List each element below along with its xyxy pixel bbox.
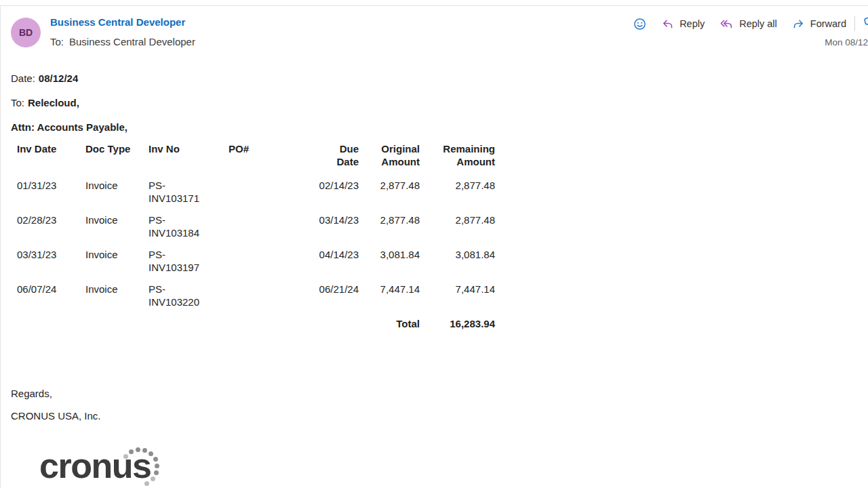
col-inv-date: Inv Date xyxy=(17,143,85,180)
cell-original-amount: 7,447.14 xyxy=(359,283,420,318)
cell-inv-no: PS-INV103184 xyxy=(149,214,229,249)
cell-doc-type: Invoice xyxy=(85,283,149,318)
smiley-icon xyxy=(633,18,646,30)
sender-name-link[interactable]: Business Central Developer xyxy=(50,16,195,28)
to-company-value: Relecloud, xyxy=(28,97,79,108)
forward-button[interactable]: Forward xyxy=(792,18,846,30)
cell-inv-no: PS-INV103220 xyxy=(149,283,229,318)
forward-arrow-icon xyxy=(792,18,805,30)
date-line: Date:08/12/24 xyxy=(11,73,868,85)
table-row: 03/31/23 Invoice PS-INV103197 04/14/23 3… xyxy=(17,249,495,283)
col-doc-type: Doc Type xyxy=(85,143,149,180)
table-row: 02/28/23 Invoice PS-INV103184 03/14/23 2… xyxy=(17,214,495,249)
reply-button[interactable]: Reply xyxy=(661,18,705,30)
cronus-logo-text: cronus xyxy=(39,447,209,485)
cell-original-amount: 2,877.48 xyxy=(359,214,420,249)
logo-dot xyxy=(136,447,140,452)
reply-all-button[interactable]: Reply all xyxy=(719,18,777,30)
cell-po xyxy=(229,180,289,214)
cell-inv-date: 01/31/23 xyxy=(17,180,85,214)
avatar[interactable]: BD xyxy=(11,18,41,47)
reply-arrow-icon xyxy=(661,18,674,30)
logo-dot xyxy=(153,457,158,462)
to-label: To: xyxy=(50,36,64,47)
message-actions-toolbar: Reply Reply all Forward xyxy=(633,16,868,31)
cell-due-date: 03/14/23 xyxy=(289,214,359,249)
to-company-line: To:Relecloud, xyxy=(11,97,868,109)
attn-line: Attn: Accounts Payable, xyxy=(11,121,868,134)
cell-remaining-amount: 2,877.48 xyxy=(420,214,495,249)
total-value: 16,283.94 xyxy=(420,318,495,331)
table-row: 01/31/23 Invoice PS-INV103171 02/14/23 2… xyxy=(17,180,495,214)
toolbar-divider xyxy=(854,16,855,31)
cell-inv-date: 03/31/23 xyxy=(17,249,85,283)
closing-line: Regards, xyxy=(11,388,868,401)
cell-doc-type: Invoice xyxy=(85,249,149,283)
cell-remaining-amount: 7,447.14 xyxy=(420,283,495,318)
cell-doc-type: Invoice xyxy=(85,180,149,214)
cell-po xyxy=(229,249,289,283)
cell-doc-type: Invoice xyxy=(85,214,149,249)
cell-due-date: 02/14/23 xyxy=(289,180,359,214)
total-row: Total 16,283.94 xyxy=(17,318,495,331)
message-timestamp: Mon 08/12 xyxy=(825,37,868,47)
reaction-button[interactable] xyxy=(633,18,646,30)
col-po: PO# xyxy=(229,143,289,180)
cell-inv-date: 02/28/23 xyxy=(17,214,85,249)
cell-original-amount: 3,081.84 xyxy=(359,249,420,283)
col-due-date: Due Date xyxy=(289,143,359,180)
col-inv-no: Inv No xyxy=(149,143,229,180)
sender-block: Business Central Developer To:Business C… xyxy=(50,16,195,47)
partial-app-icon[interactable] xyxy=(863,17,868,30)
reply-all-arrow-icon xyxy=(719,18,734,30)
table-row: 06/07/24 Invoice PS-INV103220 06/21/24 7… xyxy=(17,283,495,318)
email-reading-pane: BD Business Central Developer To:Busines… xyxy=(0,5,868,488)
cell-remaining-amount: 3,081.84 xyxy=(420,249,495,283)
to-value: Business Central Developer xyxy=(69,36,195,47)
col-remaining-amount: Remaining Amount xyxy=(420,143,495,180)
logo-dot xyxy=(144,481,149,486)
reply-label: Reply xyxy=(679,18,705,29)
message-body: Date:08/12/24 To:Relecloud, Attn: Accoun… xyxy=(1,73,868,488)
date-value: 08/12/24 xyxy=(39,73,78,84)
cell-inv-no: PS-INV103171 xyxy=(149,180,229,214)
company-name: CRONUS USA, Inc. xyxy=(11,410,868,423)
message-header: BD Business Central Developer To:Busines… xyxy=(1,6,868,62)
cell-remaining-amount: 2,877.48 xyxy=(420,180,495,214)
cronus-logo: cronus xyxy=(39,447,209,488)
total-label: Total xyxy=(359,318,420,331)
to-company-label: To: xyxy=(11,97,24,108)
cell-po xyxy=(229,214,289,249)
recipient-line: To:Business Central Developer xyxy=(50,36,195,47)
cell-inv-no: PS-INV103197 xyxy=(149,249,229,283)
logo-dot xyxy=(123,454,128,459)
col-original-amount: Original Amount xyxy=(359,143,420,180)
reply-all-label: Reply all xyxy=(739,18,777,29)
invoice-table: Inv Date Doc Type Inv No PO# Due Date Or… xyxy=(17,143,495,331)
cell-po xyxy=(229,283,289,318)
cell-original-amount: 2,877.48 xyxy=(359,180,420,214)
invoice-table-header-row: Inv Date Doc Type Inv No PO# Due Date Or… xyxy=(17,143,495,180)
cell-due-date: 04/14/23 xyxy=(289,249,359,283)
cell-due-date: 06/21/24 xyxy=(289,283,359,318)
cell-inv-date: 06/07/24 xyxy=(17,283,85,318)
date-label: Date: xyxy=(11,73,35,84)
forward-label: Forward xyxy=(810,18,846,29)
